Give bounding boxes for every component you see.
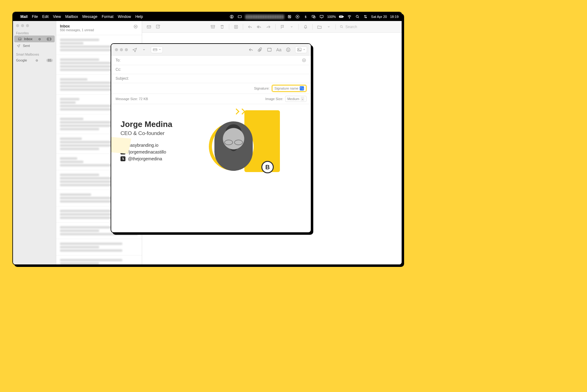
svg-point-11 <box>356 15 358 18</box>
subject-field[interactable]: Subject: <box>111 74 311 83</box>
send-icon[interactable] <box>132 47 137 52</box>
menu-window[interactable]: Window <box>118 15 131 19</box>
image-size-select[interactable]: Medium ⌄ <box>285 96 306 102</box>
svg-point-13 <box>366 17 367 18</box>
sidebar-item-label: Sent <box>23 44 30 48</box>
reader-toolbar: Search <box>142 21 402 33</box>
accessibility-icon[interactable] <box>229 14 234 19</box>
zoom-window-button[interactable] <box>125 48 128 51</box>
paper-plane-icon <box>16 43 21 48</box>
archive-icon[interactable] <box>210 24 215 29</box>
message-list-header: Inbox 550 messages, 1 unread <box>56 21 142 35</box>
envelope-icon[interactable] <box>146 24 151 29</box>
signature-select[interactable]: Signature name ⌃⌄ <box>272 85 306 92</box>
svg-point-23 <box>288 49 288 49</box>
menu-file[interactable]: File <box>32 15 38 19</box>
screen-mirror-icon[interactable] <box>311 14 316 19</box>
svg-point-14 <box>134 25 137 28</box>
svg-rect-7 <box>320 15 323 18</box>
control-center-icon[interactable] <box>363 14 368 19</box>
photo-icon <box>297 47 302 52</box>
attachment-icon[interactable] <box>258 47 263 52</box>
signature-title: CEO & Co-founder <box>120 130 172 137</box>
battery-percent: 100% <box>327 15 336 19</box>
app-menu[interactable]: Mail <box>20 15 27 19</box>
move-folder-icon[interactable] <box>317 24 322 29</box>
chevron-down-icon[interactable] <box>141 47 146 52</box>
sidebar-item-sent[interactable]: Sent <box>13 42 56 49</box>
subject-label: Subject: <box>116 76 134 81</box>
menu-message[interactable]: Message <box>82 15 98 19</box>
svg-point-1 <box>231 16 232 16</box>
reply-icon[interactable] <box>248 47 253 52</box>
emoji-icon[interactable] <box>286 47 291 52</box>
forward-icon[interactable] <box>266 24 271 29</box>
spotlight-icon[interactable] <box>355 14 360 19</box>
sidebar-item-inbox[interactable]: Inbox ⊖ 1 <box>14 36 55 42</box>
keyboard-icon[interactable] <box>237 14 242 19</box>
svg-rect-2 <box>238 16 242 18</box>
reply-icon[interactable] <box>247 24 252 29</box>
close-window-button[interactable] <box>16 24 19 27</box>
sidebar-item-arrow: ⊖ <box>36 59 38 62</box>
sidebar-item-google[interactable]: Google ⊖ 65 <box>13 57 56 63</box>
reply-all-icon[interactable] <box>257 24 262 29</box>
zoom-window-button[interactable] <box>26 24 29 27</box>
wifi-icon[interactable] <box>347 14 352 19</box>
message-size-label: Message Size: <box>116 97 138 101</box>
sidebar-item-label: Inbox <box>24 37 32 41</box>
to-field[interactable]: To: <box>111 56 311 65</box>
sidebar-google-count: 65 <box>46 59 53 62</box>
junk-icon[interactable] <box>234 24 239 29</box>
sidebar-inbox-count: 1 <box>47 37 52 41</box>
menu-help[interactable]: Help <box>135 15 143 19</box>
menu-mailbox[interactable]: Mailbox <box>65 15 78 19</box>
menubar-time[interactable]: 18:19 <box>390 15 399 19</box>
minimize-window-button[interactable] <box>21 24 24 27</box>
display-icon[interactable] <box>319 14 324 19</box>
signature-name: Jorge Medina <box>120 120 172 129</box>
svg-rect-20 <box>153 48 157 51</box>
signature-preview: Jorge Medina CEO & Co-founder easybrandi… <box>111 104 311 179</box>
search-placeholder: Search <box>345 25 357 29</box>
chevron-down-icon[interactable] <box>326 24 331 29</box>
link-icon[interactable] <box>267 47 272 52</box>
search-icon <box>339 24 344 29</box>
add-recipient-icon[interactable] <box>302 58 306 63</box>
compose-window: Aa To: Cc: Subject: Signature: Signature… <box>111 43 311 233</box>
search-field[interactable]: Search <box>336 24 397 29</box>
battery-icon[interactable] <box>339 14 344 19</box>
svg-rect-21 <box>268 48 271 51</box>
minimize-window-button[interactable] <box>120 48 123 51</box>
menu-edit[interactable]: Edit <box>42 15 49 19</box>
filter-icon[interactable] <box>133 24 138 29</box>
svg-point-19 <box>340 25 342 27</box>
signature-twitter[interactable]: 𝕏 @thejorgemedina <box>120 156 172 161</box>
window-controls <box>13 21 56 31</box>
close-window-button[interactable] <box>115 48 118 51</box>
dropdown-stepper-icon: ⌃⌄ <box>300 86 304 91</box>
format-text-icon[interactable]: Aa <box>276 47 281 52</box>
flag-icon[interactable] <box>280 24 285 29</box>
compose-new-icon[interactable] <box>156 24 161 29</box>
trash-icon[interactable] <box>220 24 225 29</box>
signature-label: Signature: <box>254 86 269 90</box>
svg-point-24 <box>289 49 289 49</box>
cc-field[interactable]: Cc: <box>111 65 311 74</box>
menu-format[interactable]: Format <box>102 15 113 19</box>
message-row[interactable] <box>56 239 142 255</box>
menubar-date[interactable]: Sat Apr 20 <box>371 15 387 19</box>
svg-point-26 <box>298 48 299 49</box>
menu-view[interactable]: View <box>53 15 61 19</box>
inbox-tray-icon <box>17 36 22 41</box>
bluetooth-icon[interactable] <box>303 14 308 19</box>
play-icon[interactable] <box>295 14 300 19</box>
chevron-down-icon[interactable] <box>289 24 294 29</box>
message-row[interactable] <box>56 255 142 264</box>
notion-icon[interactable] <box>287 14 292 19</box>
compose-window-controls <box>115 48 128 51</box>
mute-icon[interactable] <box>303 24 308 29</box>
photo-browser-button[interactable] <box>295 46 307 53</box>
sidebar-item-arrow: ⊖ <box>38 37 41 41</box>
header-toggle-button[interactable] <box>151 46 163 53</box>
